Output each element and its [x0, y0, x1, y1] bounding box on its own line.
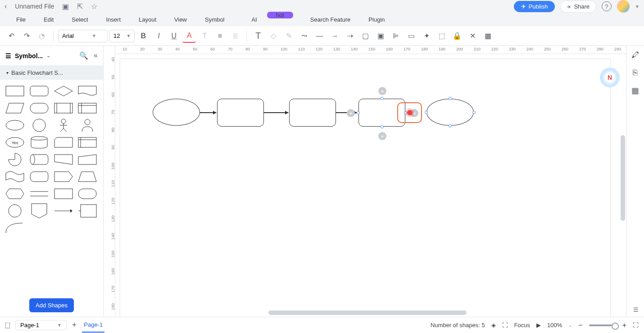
spacing-button[interactable]: ≣ — [228, 29, 242, 43]
menu-layout[interactable]: Layout — [130, 16, 165, 23]
text-color-button[interactable]: A — [182, 29, 196, 43]
undo-button[interactable]: ↶ — [5, 29, 18, 43]
underline-button[interactable]: U — [167, 29, 181, 43]
fullscreen-icon[interactable]: ⛶ — [633, 322, 639, 328]
shape-predefined[interactable] — [53, 101, 74, 115]
shape-sector[interactable] — [5, 153, 25, 166]
effects-button[interactable]: ✦ — [420, 29, 433, 43]
lock-button[interactable]: 🔒 — [450, 29, 464, 43]
shape-diamond[interactable] — [53, 84, 74, 98]
tools-button[interactable]: ✕ — [466, 29, 479, 43]
chevron-down-icon[interactable]: ⌄ — [568, 323, 572, 328]
canvas-page[interactable]: + + + + — [120, 59, 611, 317]
chevron-down-icon[interactable]: ⌄ — [46, 53, 50, 59]
shape-circle[interactable] — [29, 119, 50, 132]
bring-front-button[interactable]: ▣ — [374, 29, 387, 43]
shape-insert-preview[interactable] — [397, 102, 422, 123]
shape-manual-input[interactable] — [77, 153, 98, 166]
menu-file[interactable]: File — [7, 16, 35, 23]
shape-terminator[interactable] — [29, 101, 50, 115]
shape-trapezoid-2[interactable] — [77, 170, 98, 183]
line-button[interactable]: — — [313, 29, 326, 43]
publish-button[interactable]: ✈Publish — [514, 1, 555, 12]
shape-end-ellipse[interactable] — [426, 99, 474, 126]
canvas[interactable]: + + + + N — [115, 54, 626, 317]
shape-ellipse[interactable] — [5, 119, 25, 132]
shape-database[interactable] — [29, 136, 50, 149]
category-header[interactable]: ▾ Basic Flowchart S... — [0, 66, 103, 80]
shape-rect-2[interactable] — [53, 187, 74, 201]
play-icon[interactable]: ▶ — [536, 322, 541, 328]
send-back-button[interactable]: ▢ — [358, 29, 372, 43]
grid-icon[interactable]: ▦ — [631, 86, 639, 96]
zoom-out-button[interactable]: − — [578, 321, 582, 329]
crop-button[interactable]: ⬚ — [435, 29, 449, 43]
shape-circle-2[interactable] — [5, 204, 25, 218]
file-title[interactable]: Unnamed File — [15, 3, 54, 10]
horizontal-ruler[interactable]: 1020304050607080901001101201301401501601… — [115, 46, 626, 54]
shape-yes[interactable]: Yes — [5, 136, 25, 149]
connector-1[interactable] — [200, 112, 216, 113]
plus-bottom[interactable]: + — [378, 132, 386, 140]
size-select[interactable]: 12▼ — [109, 30, 135, 42]
shape-cylinder-h[interactable] — [29, 153, 50, 166]
vertical-ruler[interactable]: 405060708090100110120130140150160170180 — [104, 46, 115, 317]
shape-rounded-rect[interactable] — [29, 84, 50, 98]
menu-plugin[interactable]: Plugin — [359, 16, 394, 23]
add-page-button[interactable]: + — [72, 320, 77, 330]
shape-card[interactable] — [53, 136, 74, 149]
star-icon[interactable]: ☆ — [91, 2, 97, 11]
menu-symbol[interactable]: Symbol — [196, 16, 233, 23]
plus-top[interactable]: + — [378, 87, 386, 95]
connector-2[interactable] — [264, 112, 288, 113]
redo-button[interactable]: ↷ — [20, 29, 33, 43]
settings-icon[interactable]: ☰ — [633, 306, 639, 313]
add-shapes-button[interactable]: Add Shapes — [29, 298, 74, 312]
layers-button[interactable]: ▦ — [481, 29, 494, 43]
menu-edit[interactable]: Edit — [35, 16, 63, 23]
save-icon[interactable]: ▣ — [62, 2, 69, 11]
shape-document[interactable] — [77, 84, 98, 98]
help-button[interactable]: ? — [602, 1, 612, 11]
arrow-start-button[interactable]: → — [328, 29, 341, 43]
focus-icon[interactable]: ⛶ — [502, 322, 508, 328]
search-icon[interactable]: 🔍 — [79, 51, 88, 60]
shape-arrow[interactable] — [53, 204, 74, 218]
shape-offpage[interactable] — [29, 204, 50, 218]
menu-view[interactable]: View — [165, 16, 196, 23]
menu-select[interactable]: Select — [63, 16, 97, 23]
plus-left[interactable]: + — [347, 109, 355, 117]
shape-parallelogram[interactable] — [5, 101, 25, 115]
zoom-level[interactable]: 100% — [547, 322, 562, 328]
highlight-button[interactable]: T — [198, 29, 211, 43]
vertical-scrollbar[interactable] — [621, 135, 625, 221]
chevron-down-icon[interactable]: ▼ — [635, 4, 639, 9]
page-select[interactable]: Page-1▼ — [15, 320, 67, 330]
shape-stadium[interactable] — [77, 187, 98, 201]
shape-process-1[interactable] — [217, 99, 264, 127]
avatar[interactable] — [617, 0, 630, 13]
font-select[interactable]: Arial▼ — [58, 30, 108, 42]
bold-button[interactable]: B — [136, 29, 150, 43]
zoom-in-button[interactable]: + — [622, 321, 626, 329]
fill-icon[interactable]: 🖍 — [631, 50, 639, 60]
shape-actor[interactable] — [53, 119, 74, 132]
fill-button[interactable]: ◇ — [267, 29, 280, 43]
share-button[interactable]: ∝Share — [560, 0, 596, 13]
align-button[interactable]: ≡ — [213, 29, 227, 43]
pages-icon[interactable]: ⎕ — [5, 321, 10, 329]
align-objects-button[interactable]: ⊫ — [389, 29, 403, 43]
back-button[interactable]: ‹ — [5, 2, 7, 10]
menu-ai[interactable]: AIhot — [233, 16, 301, 23]
shape-start-ellipse[interactable] — [153, 99, 200, 126]
shape-internal-storage[interactable] — [77, 101, 98, 115]
shape-hexagon[interactable] — [5, 187, 25, 201]
horizontal-scrollbar[interactable] — [268, 310, 467, 315]
shape-trapezoid[interactable] — [53, 153, 74, 166]
shape-rectangle[interactable] — [5, 84, 25, 98]
layers-icon[interactable]: ◈ — [491, 322, 496, 328]
shape-tape[interactable] — [5, 170, 25, 183]
format-painter-button[interactable]: ◔ — [35, 29, 49, 43]
collapse-icon[interactable]: « — [94, 51, 98, 60]
text-tool[interactable]: T — [251, 29, 265, 43]
